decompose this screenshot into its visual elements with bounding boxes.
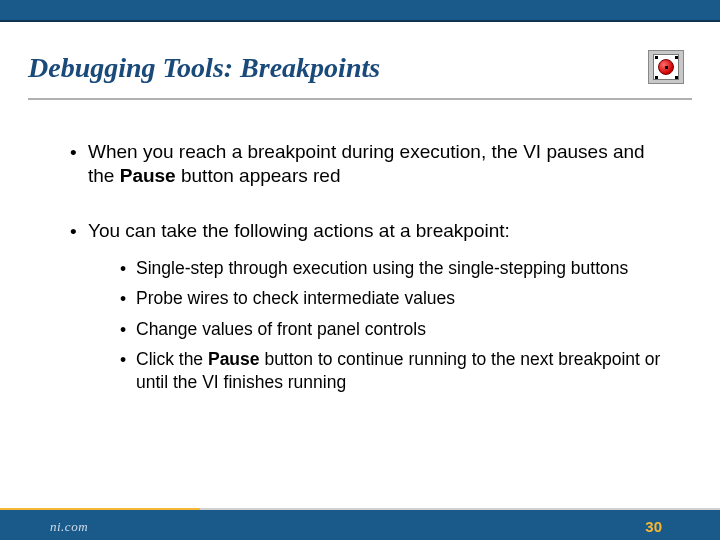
bullet-marker: • xyxy=(120,318,136,341)
pause-word: Pause xyxy=(120,165,176,186)
page-number: 30 xyxy=(645,518,662,535)
bullet-1: • When you reach a breakpoint during exe… xyxy=(70,140,670,189)
slide-body: • When you reach a breakpoint during exe… xyxy=(70,140,670,400)
breakpoint-icon-frame xyxy=(653,54,679,80)
text: You can take the following actions at a … xyxy=(88,220,510,241)
footer-bar xyxy=(0,510,720,540)
sub-bullet-4-text: Click the Pause button to continue runni… xyxy=(136,348,670,393)
bullet-1-text: When you reach a breakpoint during execu… xyxy=(88,140,670,189)
sub-bullets: • Single-step through execution using th… xyxy=(120,257,670,393)
bullet-marker: • xyxy=(120,257,136,280)
footer-logo: ni.com xyxy=(50,519,88,535)
breakpoint-tool-icon xyxy=(648,50,684,84)
bullet-marker: • xyxy=(120,287,136,310)
bullet-2: • You can take the following actions at … xyxy=(70,219,670,400)
title-area: Debugging Tools: Breakpoints xyxy=(28,52,692,100)
sub-bullet-1: • Single-step through execution using th… xyxy=(120,257,670,280)
header-bar xyxy=(0,0,720,22)
sub-bullet-2: • Probe wires to check intermediate valu… xyxy=(120,287,670,310)
bullet-2-text: You can take the following actions at a … xyxy=(88,219,670,400)
text: Click the xyxy=(136,349,208,369)
text: button appears red xyxy=(176,165,341,186)
sub-bullet-4: • Click the Pause button to continue run… xyxy=(120,348,670,393)
bullet-marker: • xyxy=(70,140,88,189)
sub-bullet-3: • Change values of front panel controls xyxy=(120,318,670,341)
slide-title: Debugging Tools: Breakpoints xyxy=(28,52,692,84)
pause-word: Pause xyxy=(208,349,260,369)
bullet-marker: • xyxy=(70,219,88,400)
breakpoint-red-dot xyxy=(658,59,674,75)
bullet-marker: • xyxy=(120,348,136,393)
text: Probe wires to check intermediate values xyxy=(136,287,455,310)
text: Change values of front panel controls xyxy=(136,318,426,341)
text: Single-step through execution using the … xyxy=(136,257,628,280)
